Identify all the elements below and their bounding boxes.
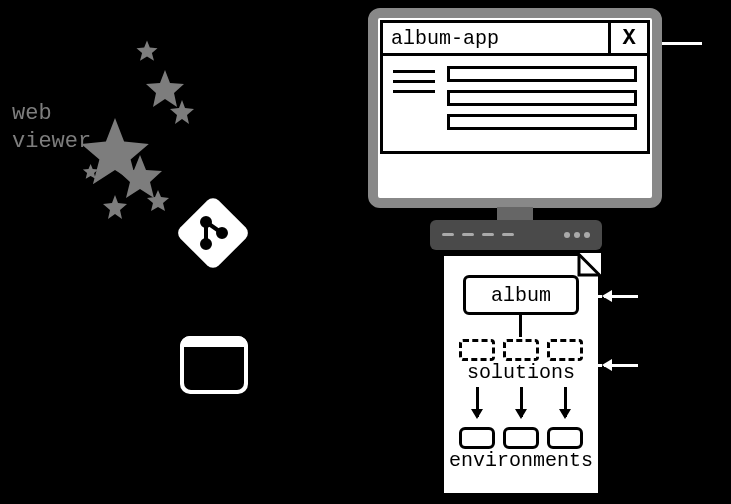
app-title: album-app [383,23,611,53]
form-field [447,90,637,106]
environments-label: environments [439,449,603,472]
solution-slot [459,339,495,361]
close-icon[interactable]: X [611,23,647,53]
svg-line-4 [209,224,219,231]
arrow-down-icon [564,387,567,417]
arrow-left-icon [604,364,638,367]
connector-line [580,295,602,298]
arrow-down-icon [476,387,479,417]
album-block: album [463,275,579,315]
solution-slot [547,339,583,361]
arrow-left-icon [604,295,638,298]
environment-slot [547,427,583,449]
form-fields [447,66,637,138]
form-field [447,66,637,82]
connector-line [662,42,702,45]
git-icon [175,195,251,271]
form-field [447,114,637,130]
solutions-label: solutions [441,361,601,384]
connector-line [519,315,522,337]
svg-point-1 [202,240,210,248]
connector-line [580,364,602,367]
app-titlebar: album-app X [380,20,650,56]
album-label: album [491,284,551,307]
hamburger-icon [393,70,435,100]
tower-box: album solutions environments [441,253,601,496]
environment-slot [503,427,539,449]
solution-slot [503,339,539,361]
terminal-icon [180,336,248,394]
app-window: album-app X [380,20,650,196]
monitor-icon: album-app X [368,8,662,208]
arrow-down-icon [520,387,523,417]
diagram-root: web viewer [0,0,731,504]
app-body [380,56,650,154]
monitor-stand-base [430,220,602,250]
environment-slot [459,427,495,449]
